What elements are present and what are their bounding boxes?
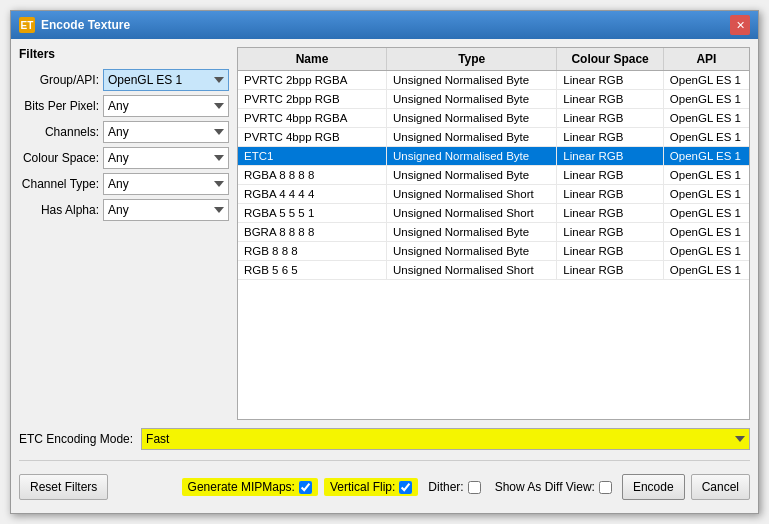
filter-select-bits[interactable]: Any bbox=[103, 95, 229, 117]
filter-label-colour-space: Colour Space: bbox=[19, 151, 99, 165]
filters-title: Filters bbox=[19, 47, 229, 61]
table-cell: PVRTC 2bpp RGBA bbox=[238, 71, 387, 89]
table-cell: OpenGL ES 1 bbox=[664, 71, 749, 89]
generate-mipmaps-checkbox[interactable] bbox=[299, 481, 312, 494]
table-cell: Unsigned Normalised Short bbox=[387, 185, 557, 203]
filter-select-has-alpha[interactable]: Any bbox=[103, 199, 229, 221]
table-cell: Unsigned Normalised Byte bbox=[387, 147, 557, 165]
table-row[interactable]: PVRTC 2bpp RGBUnsigned Normalised ByteLi… bbox=[238, 90, 749, 109]
bottom-right: Generate MIPMaps: Vertical Flip: Dither:… bbox=[182, 474, 750, 500]
encode-button[interactable]: Encode bbox=[622, 474, 685, 500]
table-panel: Name Type Colour Space API PVRTC 2bpp RG… bbox=[237, 47, 750, 420]
table-cell: Unsigned Normalised Short bbox=[387, 261, 557, 279]
table-cell: Unsigned Normalised Byte bbox=[387, 90, 557, 108]
table-cell: OpenGL ES 1 bbox=[664, 166, 749, 184]
table-cell: OpenGL ES 1 bbox=[664, 185, 749, 203]
table-row[interactable]: RGB 5 6 5Unsigned Normalised ShortLinear… bbox=[238, 261, 749, 280]
dialog-title: Encode Texture bbox=[41, 18, 130, 32]
table-cell: PVRTC 4bpp RGBA bbox=[238, 109, 387, 127]
table-cell: Unsigned Normalised Byte bbox=[387, 128, 557, 146]
show-diff-checkbox[interactable] bbox=[599, 481, 612, 494]
filter-row-group-api: Group/API: OpenGL ES 1 Any bbox=[19, 69, 229, 91]
table-cell: OpenGL ES 1 bbox=[664, 242, 749, 260]
filter-label-bits: Bits Per Pixel: bbox=[19, 99, 99, 113]
table-header: Name Type Colour Space API bbox=[238, 48, 749, 71]
table-cell: Linear RGB bbox=[557, 90, 663, 108]
main-content: Filters Group/API: OpenGL ES 1 Any Bits … bbox=[19, 47, 750, 420]
table-cell: Linear RGB bbox=[557, 71, 663, 89]
table-cell: RGBA 5 5 5 1 bbox=[238, 204, 387, 222]
table-cell: Unsigned Normalised Byte bbox=[387, 71, 557, 89]
table-cell: RGBA 8 8 8 8 bbox=[238, 166, 387, 184]
filter-label-channel-type: Channel Type: bbox=[19, 177, 99, 191]
table-row[interactable]: RGBA 4 4 4 4Unsigned Normalised ShortLin… bbox=[238, 185, 749, 204]
table-cell: Linear RGB bbox=[557, 242, 663, 260]
divider bbox=[19, 460, 750, 461]
table-cell: Linear RGB bbox=[557, 185, 663, 203]
generate-mipmaps-label: Generate MIPMaps: bbox=[188, 480, 295, 494]
table-row[interactable]: ETC1Unsigned Normalised ByteLinear RGBOp… bbox=[238, 147, 749, 166]
vertical-flip-group: Vertical Flip: bbox=[324, 478, 418, 496]
table-row[interactable]: RGBA 5 5 5 1Unsigned Normalised ShortLin… bbox=[238, 204, 749, 223]
filter-row-has-alpha: Has Alpha: Any bbox=[19, 199, 229, 221]
table-row[interactable]: RGB 8 8 8Unsigned Normalised ByteLinear … bbox=[238, 242, 749, 261]
filter-select-group-api[interactable]: OpenGL ES 1 Any bbox=[103, 69, 229, 91]
etc-mode-label: ETC Encoding Mode: bbox=[19, 432, 133, 446]
table-row[interactable]: PVRTC 4bpp RGBAUnsigned Normalised ByteL… bbox=[238, 109, 749, 128]
vertical-flip-label: Vertical Flip: bbox=[330, 480, 395, 494]
dither-checkbox[interactable] bbox=[468, 481, 481, 494]
encode-texture-dialog: ET Encode Texture ✕ Filters Group/API: O… bbox=[10, 10, 759, 514]
table-cell: Linear RGB bbox=[557, 147, 663, 165]
filter-select-channel-type[interactable]: Any bbox=[103, 173, 229, 195]
dither-group: Dither: bbox=[424, 478, 484, 496]
table-cell: OpenGL ES 1 bbox=[664, 147, 749, 165]
table-cell: PVRTC 2bpp RGB bbox=[238, 90, 387, 108]
table-cell: OpenGL ES 1 bbox=[664, 261, 749, 279]
title-bar-left: ET Encode Texture bbox=[19, 17, 130, 33]
col-header-colour-space: Colour Space bbox=[557, 48, 663, 70]
dialog-body: Filters Group/API: OpenGL ES 1 Any Bits … bbox=[11, 39, 758, 513]
reset-filters-button[interactable]: Reset Filters bbox=[19, 474, 108, 500]
table-cell: Linear RGB bbox=[557, 109, 663, 127]
filter-select-colour-space[interactable]: Any bbox=[103, 147, 229, 169]
dither-label: Dither: bbox=[428, 480, 463, 494]
vertical-flip-checkbox[interactable] bbox=[399, 481, 412, 494]
table-cell: Linear RGB bbox=[557, 261, 663, 279]
title-bar: ET Encode Texture ✕ bbox=[11, 11, 758, 39]
table-cell: Unsigned Normalised Byte bbox=[387, 242, 557, 260]
col-header-api: API bbox=[664, 48, 749, 70]
table-cell: BGRA 8 8 8 8 bbox=[238, 223, 387, 241]
etc-mode-select[interactable]: Fast Slow EtcTool bbox=[141, 428, 750, 450]
table-cell: RGBA 4 4 4 4 bbox=[238, 185, 387, 203]
filter-label-has-alpha: Has Alpha: bbox=[19, 203, 99, 217]
col-header-type: Type bbox=[387, 48, 557, 70]
show-diff-group: Show As Diff View: bbox=[491, 478, 616, 496]
bottom-left: Reset Filters bbox=[19, 474, 108, 500]
filter-label-channels: Channels: bbox=[19, 125, 99, 139]
table-row[interactable]: BGRA 8 8 8 8Unsigned Normalised ByteLine… bbox=[238, 223, 749, 242]
table-cell: RGB 5 6 5 bbox=[238, 261, 387, 279]
filter-row-channel-type: Channel Type: Any bbox=[19, 173, 229, 195]
filters-panel: Filters Group/API: OpenGL ES 1 Any Bits … bbox=[19, 47, 229, 420]
table-cell: ETC1 bbox=[238, 147, 387, 165]
table-cell: Unsigned Normalised Byte bbox=[387, 109, 557, 127]
table-row[interactable]: PVRTC 4bpp RGBUnsigned Normalised ByteLi… bbox=[238, 128, 749, 147]
filter-row-channels: Channels: Any bbox=[19, 121, 229, 143]
show-diff-label: Show As Diff View: bbox=[495, 480, 595, 494]
table-cell: OpenGL ES 1 bbox=[664, 204, 749, 222]
table-cell: Linear RGB bbox=[557, 204, 663, 222]
table-body[interactable]: PVRTC 2bpp RGBAUnsigned Normalised ByteL… bbox=[238, 71, 749, 419]
table-cell: PVRTC 4bpp RGB bbox=[238, 128, 387, 146]
close-button[interactable]: ✕ bbox=[730, 15, 750, 35]
table-cell: RGB 8 8 8 bbox=[238, 242, 387, 260]
table-cell: Linear RGB bbox=[557, 166, 663, 184]
cancel-button[interactable]: Cancel bbox=[691, 474, 750, 500]
etc-mode-row: ETC Encoding Mode: Fast Slow EtcTool bbox=[19, 426, 750, 452]
filter-select-channels[interactable]: Any bbox=[103, 121, 229, 143]
table-row[interactable]: PVRTC 2bpp RGBAUnsigned Normalised ByteL… bbox=[238, 71, 749, 90]
table-cell: OpenGL ES 1 bbox=[664, 109, 749, 127]
table-row[interactable]: RGBA 8 8 8 8Unsigned Normalised ByteLine… bbox=[238, 166, 749, 185]
filter-row-colour-space: Colour Space: Any bbox=[19, 147, 229, 169]
table-cell: OpenGL ES 1 bbox=[664, 223, 749, 241]
bottom-bar: Reset Filters Generate MIPMaps: Vertical… bbox=[19, 469, 750, 505]
